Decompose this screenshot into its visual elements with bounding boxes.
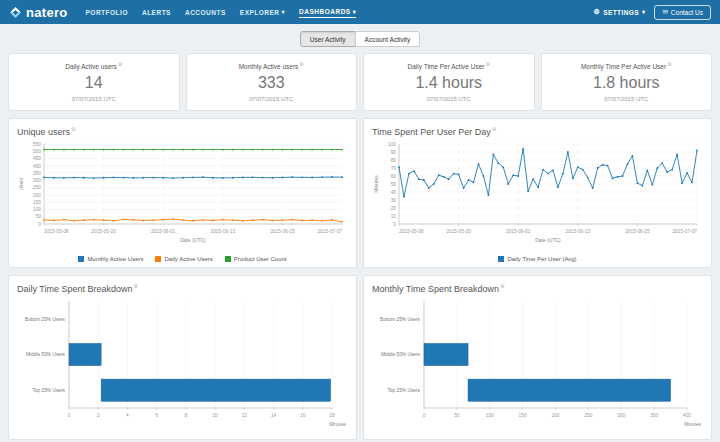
legend-swatch	[498, 256, 504, 262]
legend-item: Daily Active Users	[155, 256, 212, 262]
kpi-card-daily-active-users: Daily Active users⚙ 14 07/07/2015 UTC	[8, 53, 180, 111]
chart-title: Daily Time Spent Breakdown⚙	[17, 283, 348, 294]
svg-text:2015-07-07: 2015-07-07	[672, 229, 697, 234]
svg-text:50: 50	[36, 215, 42, 220]
svg-text:18: 18	[329, 413, 335, 418]
svg-text:400: 400	[33, 164, 41, 169]
svg-text:6: 6	[155, 413, 158, 418]
legend-label: Product User Count	[234, 256, 287, 262]
svg-text:10: 10	[212, 413, 218, 418]
kpi-card-monthly-time-per-user: Monthly Time Per Active User⚙ 1.8 hours …	[541, 53, 713, 111]
unique-users-chart: 0501001502002503003504004505005502015-05…	[17, 139, 348, 251]
svg-text:250: 250	[584, 413, 592, 418]
svg-text:Top 25% Users: Top 25% Users	[387, 388, 420, 393]
chart-title: Unique users⚙	[17, 126, 348, 137]
panel-daily-breakdown: Daily Time Spent Breakdown⚙ 024681012141…	[8, 275, 357, 440]
kpi-title: Daily Time Per Active User⚙	[368, 61, 530, 70]
svg-text:80: 80	[391, 158, 397, 163]
gear-icon[interactable]: ⚙	[134, 283, 138, 289]
svg-text:2015-05-20: 2015-05-20	[446, 229, 471, 234]
svg-text:Users: Users	[18, 177, 24, 191]
svg-text:10: 10	[391, 214, 397, 219]
svg-text:100: 100	[33, 207, 41, 212]
panel-time-spent-per-user: Time Spent Per User Per Day⚙ 01020304050…	[363, 118, 712, 268]
monthly-breakdown-chart: 050100150200250300350400Bottom 25% Users…	[372, 296, 703, 430]
svg-text:450: 450	[33, 156, 41, 161]
kpi-date: 07/07/2015 UTC	[546, 96, 708, 102]
nav-menu: PORTFOLIO ALERTS ACCOUNTS EXPLORER▾ DASH…	[86, 6, 357, 18]
svg-text:100: 100	[388, 142, 396, 147]
svg-text:2015-06-13: 2015-06-13	[211, 229, 236, 234]
nav-item-explorer[interactable]: EXPLORER▾	[240, 7, 285, 18]
legend-swatch	[155, 256, 161, 262]
top-navbar: natero PORTFOLIO ALERTS ACCOUNTS EXPLORE…	[0, 0, 720, 24]
contact-us-button[interactable]: ✉ Contact Us	[654, 5, 711, 20]
legend-swatch	[78, 256, 84, 262]
brand-name: natero	[26, 6, 68, 19]
svg-text:550: 550	[33, 142, 41, 147]
gear-icon[interactable]: ⚙	[485, 61, 489, 67]
svg-text:Date (UTC): Date (UTC)	[180, 237, 206, 243]
legend-item: Monthly Active Users	[78, 256, 143, 262]
legend-label: Monthly Active Users	[87, 256, 143, 262]
svg-text:2: 2	[97, 413, 100, 418]
svg-text:200: 200	[33, 193, 41, 198]
legend-label: Daily Time Per User (Avg)	[507, 256, 576, 262]
gear-icon[interactable]: ⚙	[492, 126, 496, 132]
svg-text:90: 90	[391, 150, 397, 155]
svg-text:16: 16	[300, 413, 306, 418]
svg-text:30: 30	[391, 198, 397, 203]
kpi-row: Daily Active users⚙ 14 07/07/2015 UTC Mo…	[0, 53, 720, 111]
gear-icon[interactable]: ⚙	[299, 61, 303, 67]
kpi-card-daily-time-per-user: Daily Time Per Active User⚙ 1.4 hours 07…	[363, 53, 535, 111]
svg-text:70: 70	[391, 166, 397, 171]
svg-text:12: 12	[242, 413, 248, 418]
svg-text:Minutes: Minutes	[684, 422, 701, 427]
natero-logo-icon	[9, 6, 22, 19]
svg-text:50: 50	[454, 413, 460, 418]
chart-legend: Daily Time Per User (Avg)	[372, 256, 703, 262]
legend-item: Daily Time Per User (Avg)	[498, 256, 576, 262]
nav-item-portfolio[interactable]: PORTFOLIO	[86, 7, 128, 18]
svg-text:2015-06-01: 2015-06-01	[151, 229, 176, 234]
gear-icon[interactable]: ⚙	[71, 126, 75, 132]
daily-breakdown-chart: 024681012141618Bottom 25% UsersMiddle 50…	[17, 296, 348, 430]
kpi-title: Monthly Active users⚙	[191, 61, 353, 70]
svg-text:150: 150	[519, 413, 527, 418]
svg-text:2015-07-07: 2015-07-07	[317, 229, 342, 234]
time-spent-per-user-chart: 01020304050607080901002015-05-082015-05-…	[372, 139, 703, 251]
nav-item-alerts[interactable]: ALERTS	[142, 7, 171, 18]
svg-text:2015-05-20: 2015-05-20	[91, 229, 116, 234]
chevron-down-icon: ▾	[282, 9, 286, 15]
svg-text:2015-06-01: 2015-06-01	[506, 229, 531, 234]
tab-user-activity[interactable]: User Activity	[300, 31, 356, 47]
svg-text:350: 350	[650, 413, 658, 418]
gear-icon[interactable]: ⚙	[667, 61, 671, 67]
nav-right: ⚙ SETTINGS ▾ ✉ Contact Us	[594, 5, 711, 20]
legend-item: Product User Count	[225, 256, 287, 262]
chart-title: Monthly Time Spent Breakdown⚙	[372, 283, 703, 294]
gear-icon[interactable]: ⚙	[118, 61, 122, 67]
svg-text:150: 150	[33, 200, 41, 205]
svg-text:2015-05-08: 2015-05-08	[399, 229, 424, 234]
natero-logo[interactable]: natero	[9, 6, 68, 19]
gear-icon[interactable]: ⚙	[500, 283, 504, 289]
svg-text:0: 0	[423, 413, 426, 418]
svg-text:Middle 50% Users: Middle 50% Users	[381, 352, 421, 357]
svg-text:Middle 50% Users: Middle 50% Users	[26, 352, 66, 357]
activity-tab-group: User Activity Account Activity	[0, 24, 720, 53]
settings-menu[interactable]: ⚙ SETTINGS ▾	[594, 8, 646, 16]
chart-legend: Monthly Active UsersDaily Active UsersPr…	[17, 256, 348, 262]
kpi-title: Monthly Time Per Active User⚙	[546, 61, 708, 70]
svg-text:250: 250	[33, 185, 41, 190]
kpi-card-monthly-active-users: Monthly Active users⚙ 333 07/07/2015 UTC	[186, 53, 358, 111]
nav-item-dashboards[interactable]: DASHBOARDS▾	[299, 6, 356, 18]
svg-text:0: 0	[393, 222, 396, 227]
tab-account-activity[interactable]: Account Activity	[355, 31, 421, 47]
svg-text:0: 0	[38, 222, 41, 227]
kpi-date: 07/07/2015 UTC	[191, 96, 353, 102]
gear-icon: ⚙	[594, 8, 601, 16]
nav-item-accounts[interactable]: ACCOUNTS	[185, 7, 226, 18]
svg-text:2015-06-25: 2015-06-25	[270, 229, 295, 234]
svg-text:400: 400	[683, 413, 691, 418]
